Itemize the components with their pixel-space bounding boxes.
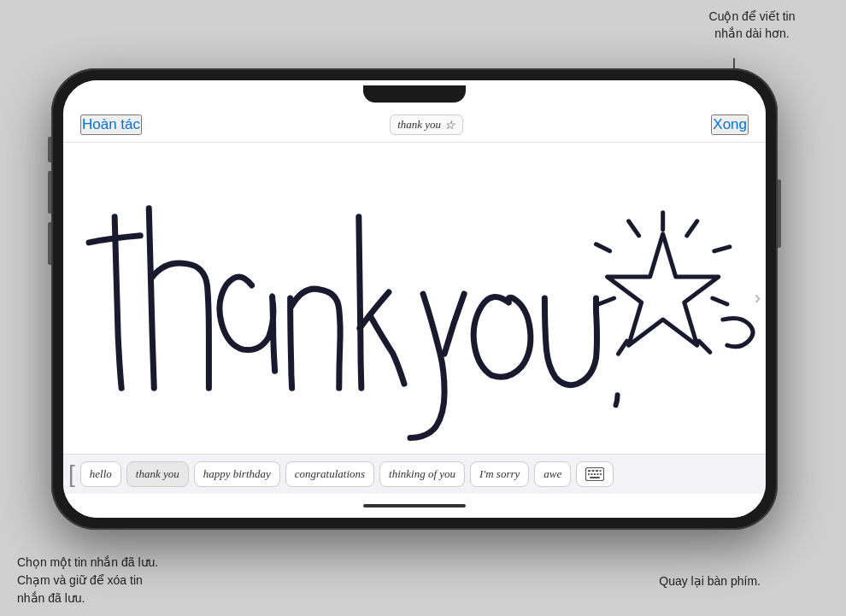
callout-bottom-right: Quay lại bàn phím.	[659, 573, 761, 590]
preset-bar: [ hello thank you happy birthday congrat…	[63, 454, 766, 494]
svg-rect-9	[600, 473, 602, 475]
phone-top-bar	[63, 80, 766, 108]
preview-box: thank you ☆	[390, 114, 463, 135]
preset-congratulations[interactable]: congratulations	[285, 461, 374, 487]
preset-awe[interactable]: awe	[534, 461, 571, 487]
preset-thank-you[interactable]: thank you	[126, 461, 189, 487]
phone-frame: Hoàn tác thank you ☆ Xong	[51, 68, 778, 530]
svg-rect-8	[597, 473, 599, 475]
handwriting-svg	[63, 143, 766, 454]
home-indicator	[363, 504, 466, 507]
preview-star-icon: ☆	[444, 118, 455, 132]
side-button-power	[778, 179, 781, 248]
preset-thinking-of-you[interactable]: thinking of you	[379, 461, 465, 487]
svg-rect-6	[591, 473, 593, 475]
svg-rect-5	[588, 473, 590, 475]
svg-rect-7	[594, 473, 596, 475]
svg-rect-4	[600, 470, 602, 472]
phone-bottom-bar	[63, 494, 766, 518]
keyboard-button[interactable]	[576, 461, 614, 487]
phone-notch	[363, 85, 466, 103]
callout-top-right: Cuộn để viết tin nhắn dài hơn.	[675, 9, 829, 42]
callout-bottom-left: Chọn một tin nhắn đã lưu. Chạm và giữ để…	[17, 554, 188, 607]
undo-button[interactable]: Hoàn tác	[80, 114, 142, 135]
preset-happy-birthday[interactable]: happy birthday	[194, 461, 280, 487]
svg-rect-1	[588, 470, 590, 472]
side-button-vol-down	[48, 222, 51, 265]
side-button-vol-up	[48, 171, 51, 214]
next-page-arrow[interactable]: ›	[755, 287, 761, 309]
phone-screen: Hoàn tác thank you ☆ Xong	[63, 80, 766, 518]
side-button-mute	[48, 137, 51, 162]
handwriting-canvas[interactable]: ›	[63, 143, 766, 454]
preview-area: thank you ☆	[390, 114, 463, 135]
bracket-icon: [	[68, 462, 75, 486]
svg-rect-10	[590, 477, 600, 478]
message-header: Hoàn tác thank you ☆ Xong	[63, 108, 766, 143]
svg-rect-2	[592, 470, 595, 472]
done-button[interactable]: Xong	[711, 114, 749, 135]
svg-rect-3	[596, 470, 598, 472]
keyboard-icon	[585, 467, 604, 481]
scene: Cuộn để viết tin nhắn dài hơn. Chọn một …	[0, 0, 846, 616]
preset-hello[interactable]: hello	[80, 461, 121, 487]
preset-im-sorry[interactable]: I'm sorry	[470, 461, 529, 487]
preview-text: thank you	[397, 118, 441, 132]
